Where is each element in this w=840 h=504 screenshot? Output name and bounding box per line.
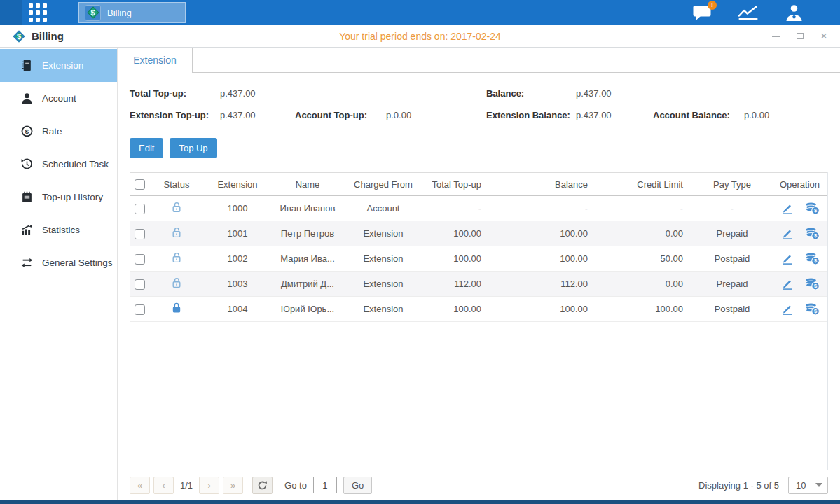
first-page-button[interactable]: « <box>130 477 150 494</box>
apps-grid-icon[interactable] <box>29 4 47 22</box>
extension-cell: 1000 <box>204 196 271 221</box>
balance-value: p.437.00 <box>576 88 612 99</box>
edit-pencil-icon[interactable] <box>780 202 794 215</box>
prev-page-button[interactable]: ‹ <box>153 477 174 494</box>
sidebar-item-scheduled-task[interactable]: Scheduled Task <box>0 148 117 181</box>
total-topup-cell: 100.00 <box>422 221 494 246</box>
go-button[interactable]: Go <box>343 477 372 494</box>
svg-text:$: $ <box>25 127 29 134</box>
charged-from-cell: Extension <box>344 221 422 246</box>
topup-coins-icon[interactable]: $ <box>805 227 820 240</box>
charged-from-cell: Account <box>344 196 422 221</box>
lock-closed-icon <box>170 302 183 314</box>
balance-cell: 100.00 <box>494 221 600 246</box>
notification-badge: ! <box>708 1 717 10</box>
maximize-button[interactable] <box>795 31 805 41</box>
trial-notice: Your trial period ends on: 2017-02-24 <box>0 31 840 42</box>
history-clock-icon <box>21 158 34 171</box>
ledger-icon <box>21 59 34 72</box>
balance-summary: Total Top-up: p.437.00 Extension Top-up:… <box>118 73 840 126</box>
tab-extension[interactable]: Extension <box>118 48 193 73</box>
sidebar-item-account[interactable]: Account <box>0 82 117 115</box>
balance-label: Balance: <box>486 88 576 99</box>
dollar-circle-icon: $ <box>21 125 34 138</box>
refresh-icon[interactable] <box>252 477 273 494</box>
row-checkbox[interactable] <box>135 304 145 315</box>
sidebar: ExtensionAccount$RateScheduled TaskTop-u… <box>0 48 118 500</box>
sidebar-item-label: Account <box>42 93 76 104</box>
minimize-button[interactable] <box>771 31 781 41</box>
column-header: Pay Type <box>696 173 769 196</box>
select-all-checkbox[interactable] <box>135 179 145 190</box>
column-header: Extension <box>204 173 271 196</box>
balance-cell: 100.00 <box>494 246 600 272</box>
extension-cell: 1002 <box>204 246 271 272</box>
column-header: Charged From <box>344 173 422 196</box>
transfer-arrows-icon <box>21 257 34 270</box>
sidebar-item-extension[interactable]: Extension <box>0 49 117 82</box>
account-topup-value: p.0.00 <box>386 110 411 120</box>
sidebar-item-rate[interactable]: $Rate <box>0 115 117 148</box>
edit-pencil-icon[interactable] <box>780 252 794 265</box>
taskbar-left-accent <box>0 0 22 25</box>
goto-label: Go to <box>284 480 307 491</box>
next-page-button[interactable]: › <box>199 477 219 494</box>
row-checkbox[interactable] <box>135 204 145 214</box>
extension-balance-value: p.437.00 <box>576 110 653 120</box>
row-checkbox[interactable] <box>135 229 145 239</box>
pay-type-cell: Prepaid <box>696 272 769 297</box>
edit-pencil-icon[interactable] <box>780 277 794 290</box>
topup-coins-icon[interactable]: $ <box>805 252 820 265</box>
tab-strip-spacer <box>193 48 322 73</box>
row-checkbox[interactable] <box>135 279 145 290</box>
charged-from-cell: Extension <box>344 246 422 272</box>
sidebar-item-top-up-history[interactable]: Top-up History <box>0 181 117 214</box>
sidebar-item-general-settings[interactable]: General Settings <box>0 246 117 279</box>
pay-type-cell: Prepaid <box>696 221 769 246</box>
edit-pencil-icon[interactable] <box>780 227 794 240</box>
resource-monitor-icon[interactable] <box>738 4 759 21</box>
account-balance-label: Account Balance: <box>653 110 744 120</box>
page-size-value: 10 <box>789 480 815 491</box>
row-checkbox[interactable] <box>135 254 145 265</box>
total-topup-cell: - <box>422 196 494 221</box>
sidebar-item-statistics[interactable]: Statistics <box>0 214 117 246</box>
name-cell: Мария Ива... <box>271 246 344 272</box>
balance-cell: - <box>494 196 600 221</box>
table-body: 1000Иван ИвановAccount----$1001Петр Петр… <box>130 196 828 322</box>
edit-button[interactable]: Edit <box>130 138 163 158</box>
tab-bar: Extension <box>118 48 840 73</box>
close-button[interactable] <box>819 31 829 41</box>
table-row: 1004Юрий Юрь...Extension100.00100.00100.… <box>130 297 828 322</box>
taskbar-item-billing[interactable]: Billing <box>78 2 186 23</box>
total-topup-cell: 112.00 <box>422 272 494 297</box>
messages-icon[interactable]: ! <box>693 5 712 20</box>
credit-limit-cell: 50.00 <box>600 246 696 272</box>
top-up-button[interactable]: Top Up <box>170 138 216 158</box>
goto-page-input[interactable] <box>313 477 337 493</box>
window-title: Billing <box>32 30 64 42</box>
topup-coins-icon[interactable]: $ <box>805 302 820 316</box>
name-cell: Дмитрий Д... <box>271 272 344 297</box>
page-size-select[interactable]: 10 <box>788 477 828 494</box>
statistics-icon <box>21 224 34 237</box>
window-titlebar: Billing Your trial period ends on: 2017-… <box>0 25 840 48</box>
window-bottom-border <box>0 500 840 504</box>
account-balance-value: p.0.00 <box>744 110 769 120</box>
last-page-button[interactable]: » <box>223 477 243 494</box>
pay-type-cell: Postpaid <box>696 246 769 272</box>
total-topup-cell: 100.00 <box>422 297 494 322</box>
user-icon[interactable] <box>785 4 804 22</box>
total-topup-value: p.437.00 <box>220 88 256 99</box>
billing-diamond-icon <box>85 5 101 21</box>
topup-coins-icon[interactable]: $ <box>805 202 820 215</box>
column-header: Total Top-up <box>422 173 494 196</box>
desktop-taskbar: Billing ! <box>0 0 840 25</box>
main-content: Extension Total Top-up: p.437.00 Extensi… <box>118 48 840 500</box>
person-icon <box>21 92 34 105</box>
balance-cell: 112.00 <box>494 272 600 297</box>
topup-coins-icon[interactable]: $ <box>805 277 820 290</box>
sidebar-item-label: Statistics <box>42 225 80 235</box>
page-indicator: 1/1 <box>180 480 193 491</box>
edit-pencil-icon[interactable] <box>780 302 794 316</box>
